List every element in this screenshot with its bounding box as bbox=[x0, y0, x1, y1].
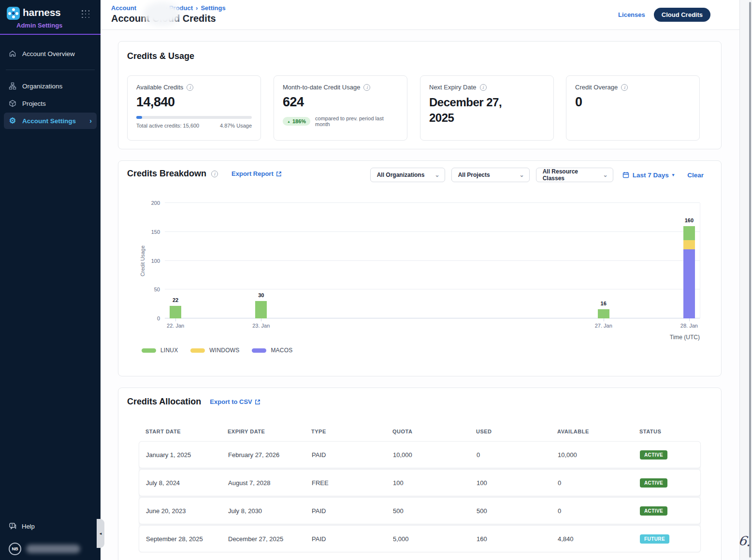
total-active-credits: Total active credits: 15,600 bbox=[136, 123, 199, 129]
projects-filter[interactable]: All Projects ⌄ bbox=[451, 168, 530, 182]
help-chat-icon: ? bbox=[9, 522, 17, 530]
sidebar-item-account-settings[interactable]: ⚙ Account Settings › bbox=[4, 113, 97, 129]
bar-segment-linux bbox=[598, 309, 609, 318]
date-range-value: Last 7 Days bbox=[633, 172, 669, 179]
header-actions: Licenses Cloud Credits bbox=[618, 8, 710, 22]
sidebar-item-account-overview[interactable]: Account Overview bbox=[4, 45, 97, 62]
breadcrumb-settings[interactable]: Settings bbox=[201, 4, 225, 12]
cell-start-date: June 20, 2023 bbox=[139, 507, 221, 515]
sidebar-collapse-handle[interactable]: ◂ bbox=[97, 519, 104, 548]
credits-usage-card: Credits & Usage Available Credits i 14,8… bbox=[118, 41, 722, 149]
redacted-username bbox=[26, 545, 80, 553]
status-badge: FUTURE bbox=[640, 534, 669, 544]
external-link-icon bbox=[276, 171, 282, 177]
table-row: September 28, 2025December 27, 2025PAID5… bbox=[139, 525, 701, 552]
organizations-filter[interactable]: All Organizations ⌄ bbox=[370, 168, 445, 182]
calendar-icon bbox=[622, 172, 629, 178]
table-row: July 8, 2024August 7, 2028FREE1001000ACT… bbox=[139, 469, 701, 496]
section-title: Credits Allocation bbox=[127, 397, 201, 407]
legend-swatch bbox=[190, 348, 205, 353]
clear-filters-button[interactable]: Clear bbox=[687, 172, 704, 179]
next-expiry-value: December 27, 2025 bbox=[429, 95, 521, 126]
licenses-link[interactable]: Licenses bbox=[618, 11, 645, 18]
column-header: START DATE bbox=[139, 429, 221, 434]
cell-type: FREE bbox=[305, 479, 386, 487]
blur-smudge bbox=[143, 2, 181, 26]
resource-classes-filter[interactable]: All Resource Classes ⌄ bbox=[536, 168, 613, 182]
bar-27-jan bbox=[598, 309, 609, 318]
export-csv-link[interactable]: Export to CSV bbox=[210, 398, 260, 405]
sidebar-item-label: Organizations bbox=[22, 83, 62, 90]
harness-logo-icon[interactable] bbox=[7, 7, 20, 20]
column-header: STATUS bbox=[633, 429, 701, 434]
y-tick-label: 150 bbox=[151, 229, 160, 235]
user-row[interactable]: NB bbox=[9, 543, 92, 555]
legend-item-windows[interactable]: WINDOWS bbox=[190, 347, 239, 354]
scrollbar-thumb[interactable] bbox=[749, 2, 751, 558]
cell-used: 0 bbox=[470, 451, 551, 459]
info-icon[interactable]: i bbox=[211, 171, 218, 177]
external-link-icon bbox=[255, 399, 260, 405]
cell-quota: 100 bbox=[386, 479, 470, 487]
svg-text:?: ? bbox=[11, 524, 13, 527]
bar-value-label: 30 bbox=[258, 292, 264, 298]
sidebar-item-organizations[interactable]: Organizations bbox=[4, 78, 97, 94]
cloud-credits-button[interactable]: Cloud Credits bbox=[654, 8, 710, 22]
legend-item-linux[interactable]: LINUX bbox=[142, 347, 178, 354]
home-icon bbox=[9, 50, 16, 57]
bar-28-jan bbox=[683, 226, 695, 318]
info-icon[interactable]: i bbox=[621, 84, 628, 91]
cell-start-date: January 1, 2025 bbox=[139, 451, 221, 459]
info-icon[interactable]: i bbox=[363, 84, 370, 91]
y-axis-title: Credit Usage bbox=[140, 245, 145, 276]
module-title: Admin Settings bbox=[16, 22, 101, 29]
usage-chart: Credit Usage 050100150200 223016160 22. … bbox=[165, 203, 700, 318]
usage-percent: 4.87% Usage bbox=[220, 123, 252, 129]
sidebar-item-projects[interactable]: Projects bbox=[4, 95, 97, 112]
cell-available: 0 bbox=[551, 479, 633, 487]
table-row: June 20, 2023July 8, 2030PAID5005000ACTI… bbox=[139, 497, 701, 524]
sidebar-nav: Account Overview Organizations Projects … bbox=[0, 35, 101, 129]
bar-segment-linux bbox=[170, 306, 181, 318]
cell-expiry-date: February 27, 2026 bbox=[221, 451, 305, 459]
sidebar-divider bbox=[6, 70, 95, 70]
gridline bbox=[165, 202, 700, 203]
info-icon[interactable]: i bbox=[187, 84, 193, 91]
table-header-row: START DATE EXPIRY DATE TYPE QUOTA USED A… bbox=[139, 429, 701, 441]
trend-badge: ▲ 186% bbox=[283, 117, 310, 126]
main-content: Account - Product › Settings Account Clo… bbox=[101, 0, 739, 560]
cell-available: 4,840 bbox=[551, 535, 633, 543]
x-tick bbox=[689, 318, 690, 321]
x-tick bbox=[175, 318, 176, 321]
scrollbar-track[interactable] bbox=[739, 0, 752, 560]
stat-label: Next Expiry Date bbox=[429, 84, 477, 91]
cell-start-date: September 28, 2025 bbox=[139, 535, 221, 543]
stat-label: Credit Overage bbox=[575, 84, 618, 91]
column-header: TYPE bbox=[304, 429, 386, 434]
status-badge: ACTIVE bbox=[640, 478, 667, 488]
column-header: AVAILABLE bbox=[550, 429, 633, 434]
credits-progress-fill bbox=[136, 116, 142, 119]
date-range-filter[interactable]: Last 7 Days ▾ bbox=[622, 172, 675, 179]
x-axis-title: Time (UTC) bbox=[670, 334, 700, 341]
cell-used: 160 bbox=[470, 535, 551, 543]
brand-row: harness bbox=[0, 0, 101, 20]
legend-item-macos[interactable]: MACOS bbox=[252, 347, 292, 354]
page-header: Account - Product › Settings Account Clo… bbox=[101, 0, 739, 30]
table-row: January 1, 2025February 27, 2026PAID10,0… bbox=[139, 441, 701, 468]
chevron-down-icon: ⌄ bbox=[520, 172, 524, 178]
chevron-down-icon: ⌄ bbox=[603, 172, 608, 178]
resource-classes-filter-value: All Resource Classes bbox=[543, 168, 599, 182]
info-icon[interactable]: i bbox=[480, 84, 487, 91]
app-grid-icon[interactable] bbox=[82, 10, 90, 18]
cell-expiry-date: August 7, 2028 bbox=[221, 479, 305, 487]
bar-23-jan bbox=[255, 301, 267, 318]
next-expiry-card: Next Expiry Date i December 27, 2025 bbox=[420, 75, 554, 141]
legend-label: MACOS bbox=[271, 347, 292, 354]
help-button[interactable]: ? Help bbox=[9, 522, 92, 530]
credits-breakdown-card: Credits Breakdown i Export Report All Or… bbox=[118, 160, 722, 376]
export-report-link[interactable]: Export Report bbox=[231, 170, 282, 177]
breadcrumb-account[interactable]: Account bbox=[111, 4, 136, 12]
handwritten-artifact: 6. bbox=[738, 532, 752, 549]
sidebar-bottom: ? Help NB bbox=[0, 522, 101, 560]
